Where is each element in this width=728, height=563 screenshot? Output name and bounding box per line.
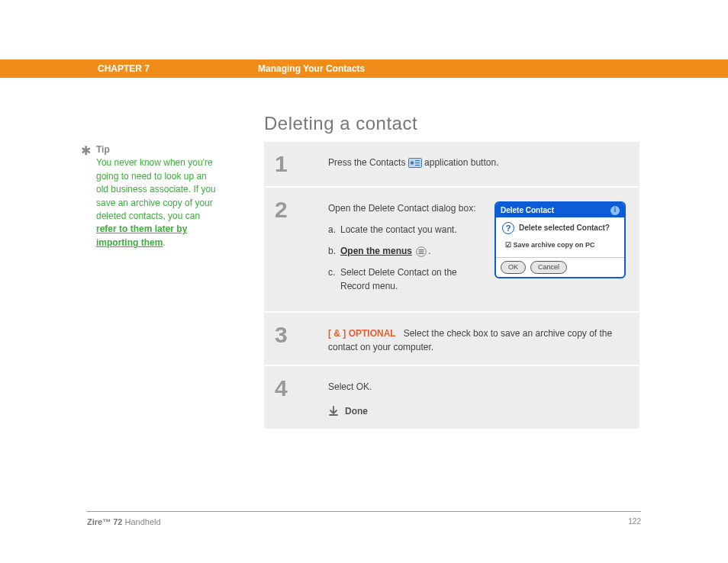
step-number: 2 bbox=[275, 198, 328, 301]
dialog-cancel-button[interactable]: Cancel bbox=[530, 261, 567, 275]
step-4: 4 Select OK. Done bbox=[264, 365, 639, 429]
down-arrow-icon bbox=[328, 406, 339, 417]
step4-text: Select OK. bbox=[328, 380, 626, 394]
done-indicator: Done bbox=[328, 404, 626, 418]
step-number: 3 bbox=[275, 323, 328, 354]
tip-label: Tip bbox=[96, 143, 218, 156]
dialog-ok-button[interactable]: OK bbox=[501, 261, 526, 275]
contacts-app-icon bbox=[408, 158, 422, 169]
step-2: 2 Open the Delete Contact dialog box: a.… bbox=[264, 186, 639, 311]
step-body: Open the Delete Contact dialog box: a.Lo… bbox=[328, 198, 626, 301]
step-body: [ & ] OPTIONAL Select the check box to s… bbox=[328, 323, 626, 354]
done-label: Done bbox=[345, 404, 368, 418]
tip-link[interactable]: refer to them later by importing them bbox=[96, 224, 187, 247]
step-1: 1 Press the Contacts application button. bbox=[264, 142, 639, 186]
step1-text-after: application button. bbox=[424, 157, 498, 168]
tip-block: ✱ Tip You never know when you're going t… bbox=[82, 143, 218, 249]
tip-suffix: . bbox=[163, 237, 165, 248]
optional-label: [ & ] OPTIONAL bbox=[328, 328, 396, 339]
dialog-titlebar: Delete Contact i bbox=[496, 203, 624, 217]
svg-point-1 bbox=[411, 162, 414, 165]
sublist-item-a: a.Locate the contact you want. bbox=[340, 223, 485, 236]
step-body: Select OK. Done bbox=[328, 377, 626, 418]
step1-text-before: Press the Contacts bbox=[328, 157, 408, 168]
chapter-header-bar: CHAPTER 7 Managing Your Contacts bbox=[0, 60, 728, 78]
svg-rect-4 bbox=[415, 165, 420, 166]
tip-body: You never know when you're going to need… bbox=[96, 157, 216, 221]
chapter-number: CHAPTER 7 bbox=[98, 63, 150, 74]
open-menus-link[interactable]: Open the menus bbox=[340, 246, 412, 256]
svg-rect-2 bbox=[415, 160, 420, 161]
checkbox-icon: ☑ bbox=[505, 241, 511, 249]
svg-rect-3 bbox=[415, 162, 420, 163]
page-title: Deleting a contact bbox=[264, 113, 417, 134]
chapter-title: Managing Your Contacts bbox=[258, 63, 365, 74]
sublist-b-suffix: . bbox=[428, 246, 430, 256]
footer-page-number: 122 bbox=[628, 517, 641, 526]
step-body: Press the Contacts application button. bbox=[328, 153, 626, 175]
svg-rect-6 bbox=[419, 249, 424, 250]
sublist-item-c: c.Select Delete Contact on the Record me… bbox=[340, 265, 485, 293]
step-3: 3 [ & ] OPTIONAL Select the check box to… bbox=[264, 311, 639, 365]
dialog-footer: OK Cancel bbox=[496, 257, 624, 278]
dialog-title: Delete Contact bbox=[501, 204, 554, 216]
dialog-checkbox-label: Save archive copy on PC bbox=[514, 241, 595, 249]
dialog-checkbox-row: ☑ Save archive copy on PC bbox=[505, 240, 618, 251]
svg-rect-8 bbox=[419, 253, 424, 254]
delete-contact-dialog: Delete Contact i ? Delete selected Conta… bbox=[494, 201, 626, 278]
sublist-item-b: b.Open the menus . bbox=[340, 244, 485, 258]
dialog-question-text: Delete selected Contact? bbox=[519, 222, 610, 234]
step-number: 1 bbox=[275, 153, 328, 175]
menu-icon bbox=[414, 246, 428, 257]
dialog-question-row: ? Delete selected Contact? bbox=[502, 222, 618, 234]
svg-rect-7 bbox=[419, 251, 424, 252]
asterisk-icon: ✱ bbox=[81, 142, 91, 159]
tip-text: You never know when you're going to need… bbox=[96, 156, 218, 249]
step-number: 4 bbox=[275, 377, 328, 418]
step2-intro: Open the Delete Contact dialog box: bbox=[328, 201, 485, 215]
footer-product-bold: Zire™ 72 bbox=[87, 517, 122, 526]
info-icon: i bbox=[610, 206, 620, 215]
step2-sublist: a.Locate the contact you want. b.Open th… bbox=[328, 223, 485, 293]
question-icon: ? bbox=[502, 222, 514, 234]
steps-container: 1 Press the Contacts application button.… bbox=[264, 142, 639, 429]
footer-divider bbox=[87, 511, 641, 512]
footer-product: Zire™ 72 Handheld bbox=[87, 517, 161, 526]
footer-product-rest: Handheld bbox=[122, 517, 160, 526]
